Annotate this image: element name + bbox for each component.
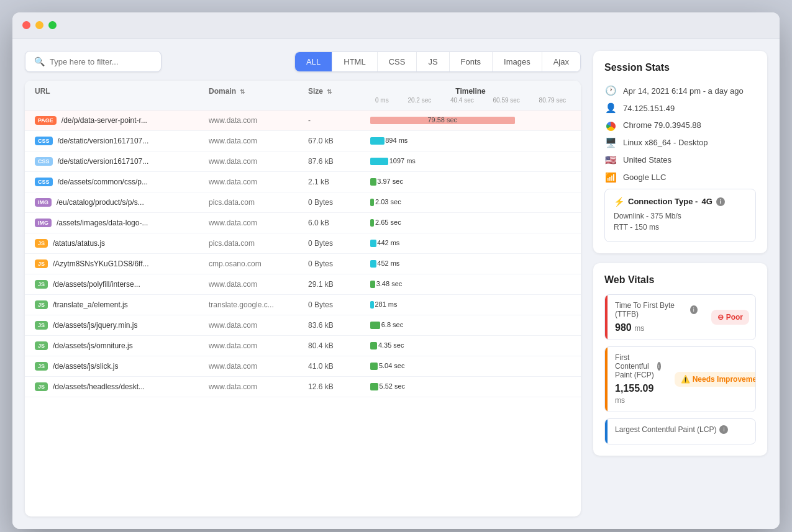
size-text: 0 Bytes	[308, 239, 370, 248]
monitor-icon: 🖥️	[604, 137, 617, 148]
table-row[interactable]: CSS /de/static/version1617107... www.dat…	[25, 131, 581, 151]
table-row[interactable]: IMG /eu/catalog/product/s/p/s... pics.da…	[25, 192, 581, 213]
size-text: -	[308, 116, 370, 125]
timeline-bar	[370, 240, 376, 247]
tab-js[interactable]: JS	[417, 52, 449, 71]
url-text: /de/static/version1617107...	[58, 157, 149, 166]
info-icon[interactable]: i	[716, 197, 725, 206]
vital-lcp-name: Largest Contentful Paint (LCP) i	[615, 425, 748, 434]
close-button[interactable]	[22, 21, 30, 29]
url-cell: CSS /de/static/version1617107...	[35, 137, 209, 145]
size-column-header[interactable]: Size ⇅	[308, 87, 370, 104]
table-row[interactable]: JS /de/assets/headless/deskt... www.data…	[25, 377, 581, 397]
timeline-cell: 442 ms	[370, 238, 571, 249]
type-badge: PAGE	[35, 116, 57, 125]
type-badge: JS	[35, 362, 48, 371]
domain-text: www.data.com	[209, 341, 308, 350]
vital-ttfb-name: Time To First Byte (TTFB) i	[615, 301, 698, 318]
domain-text: www.data.com	[209, 157, 308, 166]
table-row[interactable]: JS /de/assets/js/jquery.min.js www.data.…	[25, 315, 581, 336]
size-text: 87.6 kB	[308, 157, 370, 166]
url-text: /de/static/version1617107...	[58, 137, 149, 145]
vital-ttfb-value: 980	[615, 322, 632, 333]
tab-css[interactable]: CSS	[378, 52, 417, 71]
search-box: 🔍	[25, 51, 162, 72]
url-text: /assets/images/data-logo-...	[57, 219, 148, 227]
table-row[interactable]: IMG /assets/images/data-logo-... www.dat…	[25, 213, 581, 233]
size-text: 83.6 kB	[308, 321, 370, 330]
bar-label: 5.52 sec	[380, 382, 406, 390]
table-row[interactable]: CSS /de/assets/common/css/p... www.data.…	[25, 172, 581, 192]
timeline-bar	[370, 383, 378, 390]
tab-images[interactable]: Images	[493, 52, 542, 71]
domain-text: translate.google.c...	[209, 300, 308, 309]
toolbar: 🔍 ALL HTML CSS JS Fonts Images Ajax	[25, 51, 581, 72]
url-text: /atatus/atatus.js	[53, 239, 105, 248]
connection-title: ⚡ Connection Type - 4G i	[614, 197, 747, 207]
timeline-cell: 894 ms	[370, 135, 571, 147]
url-text: /de/assets/js/jquery.min.js	[53, 321, 138, 330]
table-row[interactable]: JS /de/assets/js/slick.js www.data.com 4…	[25, 356, 581, 377]
timeline-cell: 2.03 sec	[370, 197, 571, 208]
requests-table: URL Domain ⇅ Size ⇅ Timeline 0 ms	[25, 81, 581, 516]
timeline-cell: 79.58 sec	[370, 115, 571, 126]
vital-ttfb-unit: ms	[634, 324, 644, 333]
url-text: /de/p/data-server-point-r...	[61, 116, 147, 125]
url-cell: IMG /assets/images/data-logo-...	[35, 219, 209, 227]
timeline-cell: 2.65 sec	[370, 217, 571, 228]
tab-fonts[interactable]: Fonts	[450, 52, 493, 71]
vital-fcp-badge: ⚠️ Needs Improvement	[675, 372, 756, 387]
timeline-cell: 5.52 sec	[370, 381, 571, 392]
table-header: URL Domain ⇅ Size ⇅ Timeline 0 ms	[25, 81, 581, 110]
maximize-button[interactable]	[48, 21, 57, 29]
tab-html[interactable]: HTML	[332, 52, 377, 71]
tab-all[interactable]: ALL	[295, 52, 332, 71]
url-cell: IMG /eu/catalog/product/s/p/s...	[35, 198, 209, 207]
stat-country: 🇺🇸 United States	[604, 151, 756, 169]
timeline-bar	[370, 301, 374, 309]
table-body: PAGE /de/p/data-server-point-r... www.da…	[25, 110, 581, 397]
warning-icon: ⚠️	[681, 375, 690, 384]
clock-icon: 🕐	[604, 85, 617, 96]
vital-fcp-value: 1,155.09	[615, 383, 653, 394]
connection-rtt: RTT - 150 ms	[614, 223, 747, 232]
url-cell: CSS /de/assets/common/css/p...	[35, 178, 209, 186]
size-text: 0 Bytes	[308, 259, 370, 268]
bar-label: 1097 ms	[389, 157, 416, 165]
table-row[interactable]: JS /translate_a/element.js translate.goo…	[25, 295, 581, 315]
url-cell: JS /translate_a/element.js	[35, 300, 209, 309]
size-text: 2.1 kB	[308, 178, 370, 186]
table-row[interactable]: JS /de/assets/js/omniture.js www.data.co…	[25, 336, 581, 356]
table-row[interactable]: JS /atatus/atatus.js pics.data.com 0 Byt…	[25, 233, 581, 254]
url-cell: JS /de/assets/js/slick.js	[35, 362, 209, 371]
url-text: /eu/catalog/product/s/p/s...	[57, 198, 144, 207]
table-row[interactable]: JS /de/assets/polyfill/interse... www.da…	[25, 274, 581, 295]
type-badge: JS	[35, 280, 48, 289]
timeline-cell: 6.8 sec	[370, 320, 571, 331]
table-row[interactable]: JS /Azytm8SNsYKuG1DS8/6ff... cmp.osano.c…	[25, 254, 581, 274]
search-input[interactable]	[50, 57, 152, 66]
domain-text: www.data.com	[209, 137, 308, 145]
table-row[interactable]: PAGE /de/p/data-server-point-r... www.da…	[25, 110, 581, 131]
info-icon[interactable]: i	[690, 305, 698, 314]
minimize-button[interactable]	[35, 21, 43, 29]
timeline-bar	[370, 363, 378, 370]
domain-text: www.data.com	[209, 219, 308, 227]
bar-label: 452 ms	[377, 259, 399, 267]
timeline-bar	[370, 260, 376, 268]
url-cell: JS /de/assets/polyfill/interse...	[35, 280, 209, 289]
url-cell: JS /Azytm8SNsYKuG1DS8/6ff...	[35, 259, 209, 268]
lightning-icon: ⚡	[614, 197, 624, 207]
size-text: 41.0 kB	[308, 362, 370, 371]
size-text: 0 Bytes	[308, 300, 370, 309]
info-icon[interactable]: i	[657, 362, 661, 371]
info-icon[interactable]: i	[719, 425, 728, 434]
domain-column-header[interactable]: Domain ⇅	[209, 87, 308, 104]
session-stats-card: Session Stats 🕐 Apr 14, 2021 6:14 pm - a…	[593, 51, 767, 253]
timeline-bar	[370, 178, 376, 186]
vital-lcp: Largest Contentful Paint (LCP) i	[604, 418, 756, 444]
bar-label: 894 ms	[385, 137, 407, 144]
url-cell: JS /de/assets/headless/deskt...	[35, 382, 209, 391]
table-row[interactable]: CSS /de/static/version1617107... www.dat…	[25, 151, 581, 172]
tab-ajax[interactable]: Ajax	[542, 52, 580, 71]
